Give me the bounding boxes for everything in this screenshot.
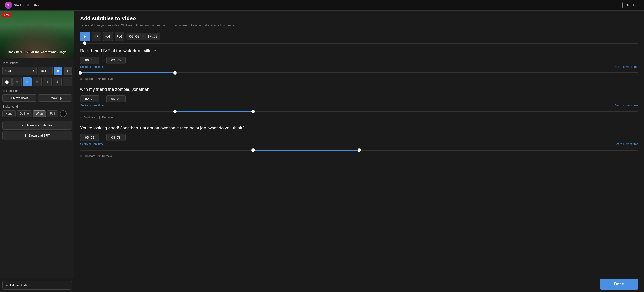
font-row: Arial ▾ 18 ▾ B I <box>2 67 72 75</box>
translate-subtitles-button[interactable]: ⇄ Translate Subtitles <box>2 121 72 130</box>
range-handle-start[interactable] <box>173 110 177 113</box>
arrow-left-icon: ← <box>5 283 8 287</box>
remove-button[interactable]: 🗑 Remove <box>98 77 113 81</box>
start-time[interactable]: 02.75 <box>80 95 100 102</box>
video-thumbnail: LIVE Back here LIVE at the waterfront vi… <box>0 10 74 58</box>
nav-left: S Studio › Subtitles <box>5 2 40 9</box>
bg-wrap-button[interactable]: Wrap <box>33 110 46 117</box>
scrubber-track[interactable] <box>80 43 638 44</box>
up-arrow-icon: ↑ <box>48 96 50 100</box>
align-circle-button[interactable]: ⬤ <box>2 77 12 86</box>
duplicate-icon: ⧉ <box>80 116 82 119</box>
trash-icon: 🗑 <box>98 77 101 81</box>
duplicate-button[interactable]: ⧉ Duplicate <box>80 77 95 81</box>
live-badge: LIVE <box>2 13 11 17</box>
range-handle-end[interactable] <box>358 148 361 152</box>
subtitle-item: with my friend the zombie, Jonathan 02.7… <box>80 87 638 119</box>
duplicate-icon: ⧉ <box>80 154 82 158</box>
item-actions: ⧉ Duplicate 🗑 Remove <box>80 116 638 119</box>
minus5-label: -5s <box>106 34 111 39</box>
set-start-link[interactable]: Set to current time <box>80 65 104 69</box>
subtitle-item: Back here LIVE at the waterfront village… <box>80 48 638 81</box>
studio-link[interactable]: Studio <box>14 3 24 7</box>
right-panel: Add subtitles to Video Type and time you… <box>74 10 644 292</box>
time-slash: / <box>142 34 144 38</box>
replay-icon: ↺ <box>95 34 98 39</box>
set-end-link[interactable]: Set to current time <box>615 143 638 146</box>
item-actions: ⧉ Duplicate 🗑 Remove <box>80 77 638 81</box>
time-row: 02.75 – 05.21 <box>80 95 638 102</box>
set-time-row: Set to current time Set to current time <box>80 143 638 146</box>
align-down-button[interactable]: ⬇ <box>52 77 62 86</box>
bold-button[interactable]: B <box>54 67 62 75</box>
edit-in-studio-button[interactable]: ← Edit in Studio <box>2 281 72 290</box>
play-icon: ▶ <box>84 34 86 39</box>
range-track <box>80 72 638 73</box>
set-end-link[interactable]: Set to current time <box>615 65 638 69</box>
bg-outline-button[interactable]: Outline <box>16 110 32 117</box>
play-button[interactable]: ▶ <box>80 32 90 41</box>
italic-button[interactable]: I <box>64 67 72 75</box>
time-dash: – <box>102 58 104 62</box>
range-handle-end[interactable] <box>173 71 177 75</box>
sign-in-button[interactable]: Sign In <box>622 2 639 8</box>
end-time[interactable]: 08.78 <box>106 134 126 141</box>
remove-button[interactable]: 🗑 Remove <box>98 154 113 158</box>
duplicate-button[interactable]: ⧉ Duplicate <box>80 116 95 119</box>
move-up-button[interactable]: ↑ Move up <box>38 94 72 102</box>
background-label: Background <box>2 105 72 108</box>
timeline-controls: ▶ ↺ -5s +5s 00.00 / 17.52 <box>74 30 644 43</box>
main-layout: LIVE Back here LIVE at the waterfront vi… <box>0 10 644 292</box>
editor-header: Add subtitles to Video Type and time you… <box>74 10 644 30</box>
end-time[interactable]: 02.75 <box>106 57 126 64</box>
range-handle-end[interactable] <box>252 110 255 113</box>
set-end-link[interactable]: Set to current time <box>615 104 638 107</box>
move-down-button[interactable]: ↓ Move down <box>2 94 36 102</box>
font-select[interactable]: Arial ▾ <box>2 67 37 75</box>
scrubber-thumb[interactable] <box>83 41 86 45</box>
range-row <box>80 148 638 152</box>
bg-none-button[interactable]: None <box>2 110 16 117</box>
breadcrumb: Studio › Subtitles <box>14 3 40 7</box>
replay-button[interactable]: ↺ <box>92 32 101 41</box>
subtitle-text: Back here LIVE at the waterfront village <box>80 48 638 54</box>
trash-icon: 🗑 <box>98 154 101 158</box>
studio-logo: S <box>5 2 12 9</box>
align-center-button[interactable]: ≡ <box>22 77 32 86</box>
download-icon: ⬇ <box>24 134 27 137</box>
minus5-button[interactable]: -5s <box>103 32 113 41</box>
start-time[interactable]: 00.00 <box>80 57 100 64</box>
done-footer: Done <box>74 276 644 292</box>
editor-title: Add subtitles to Video <box>80 15 638 21</box>
align-up-button[interactable]: ⬆ <box>42 77 52 86</box>
current-time: 00.00 <box>129 34 139 38</box>
plus5-button[interactable]: +5s <box>115 32 124 41</box>
end-time[interactable]: 05.21 <box>106 95 126 102</box>
time-row: 05.21 – 08.78 <box>80 134 638 141</box>
done-button[interactable]: Done <box>600 279 638 290</box>
time-row: 00.00 – 02.75 <box>80 57 638 64</box>
subtitle-item: You're looking good! Jonathan just got a… <box>80 125 638 158</box>
font-size-select[interactable]: 18 ▾ <box>38 67 52 75</box>
align-baseline-button[interactable]: ⊥ <box>63 77 72 86</box>
subtitles-breadcrumb: Subtitles <box>26 3 40 7</box>
down-arrow-icon: ↓ <box>10 96 12 100</box>
total-time: 17.52 <box>147 34 157 38</box>
align-right-button[interactable]: ≡ <box>33 77 42 86</box>
alignment-row: ⬤ ≡ ≡ ≡ ⬆ ⬇ ⊥ <box>2 77 72 86</box>
align-left-button[interactable]: ≡ <box>12 77 22 86</box>
time-display: 00.00 / 17.52 <box>126 33 160 40</box>
bg-full-button[interactable]: Full <box>47 110 58 117</box>
duplicate-button[interactable]: ⧉ Duplicate <box>80 154 95 158</box>
color-swatch[interactable] <box>60 110 66 117</box>
start-time[interactable]: 05.21 <box>80 134 100 141</box>
set-start-link[interactable]: Set to current time <box>80 143 104 146</box>
download-srt-button[interactable]: ⬇ Download SRT <box>2 131 72 140</box>
range-handle-start[interactable] <box>252 148 255 152</box>
range-handle-start[interactable] <box>78 71 82 75</box>
video-bg: LIVE Back here LIVE at the waterfront vi… <box>0 10 74 58</box>
subtitle-text: You're looking good! Jonathan just got a… <box>80 125 638 131</box>
remove-button[interactable]: 🗑 Remove <box>98 116 113 119</box>
time-dash: – <box>102 97 104 101</box>
set-start-link[interactable]: Set to current time <box>80 104 104 107</box>
